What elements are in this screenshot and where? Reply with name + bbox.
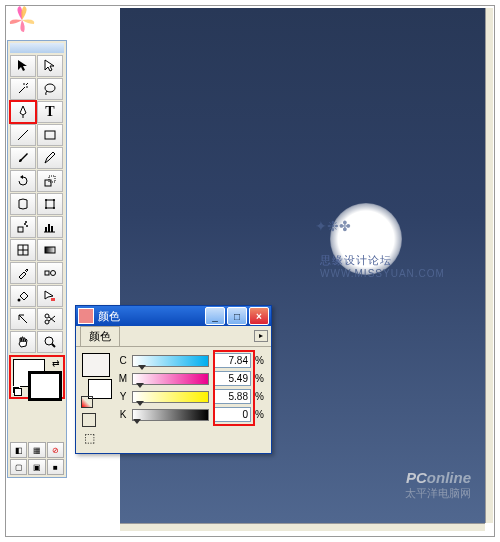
svg-point-9 xyxy=(53,207,55,209)
slice-tool[interactable] xyxy=(10,308,36,330)
k-percent: % xyxy=(255,409,265,420)
m-percent: % xyxy=(255,373,265,384)
column-graph-tool[interactable] xyxy=(37,216,63,238)
svg-point-27 xyxy=(45,320,49,324)
color-panel-titlebar[interactable]: 颜色 _ □ × xyxy=(76,306,271,326)
gradient-tool[interactable] xyxy=(37,239,63,261)
paintbrush-tool[interactable] xyxy=(10,147,36,169)
direct-selection-tool[interactable] xyxy=(37,55,63,77)
default-fill-stroke-icon[interactable] xyxy=(12,386,22,396)
svg-rect-10 xyxy=(18,227,23,232)
blend-tool[interactable] xyxy=(37,262,63,284)
stroke-color-swatch[interactable] xyxy=(28,371,62,401)
scrollbar-horizontal[interactable] xyxy=(120,523,485,531)
pconline-cn: 太平洋电脑网 xyxy=(405,486,471,501)
cloud-watermark: ✦ ❉ ✤ xyxy=(315,218,349,234)
svg-line-29 xyxy=(52,344,55,347)
color-panel-title: 颜色 xyxy=(98,309,203,324)
maximize-button[interactable]: □ xyxy=(227,307,247,325)
close-button[interactable]: × xyxy=(249,307,269,325)
none-mode-button[interactable]: ⊘ xyxy=(47,442,64,458)
svg-point-26 xyxy=(45,314,49,318)
c-percent: % xyxy=(255,355,265,366)
svg-point-12 xyxy=(26,225,28,227)
y-label: Y xyxy=(118,391,128,402)
tools-panel: T ⇄ ◧ ▦ ⊘ ▢ ▣ ■ xyxy=(7,40,67,478)
magic-wand-tool[interactable] xyxy=(10,78,36,100)
scale-tool[interactable] xyxy=(37,170,63,192)
svg-point-13 xyxy=(25,221,27,223)
rectangle-tool[interactable] xyxy=(37,124,63,146)
y-value-input[interactable]: 5.88 xyxy=(213,389,251,404)
svg-rect-22 xyxy=(45,271,49,275)
svg-rect-21 xyxy=(45,247,55,253)
live-paint-selection-tool[interactable] xyxy=(37,285,63,307)
k-slider[interactable] xyxy=(132,409,209,421)
swap-fill-stroke-icon[interactable]: ⇄ xyxy=(52,358,60,368)
hand-tool[interactable] xyxy=(10,331,36,353)
svg-line-1 xyxy=(18,130,28,140)
lasso-tool[interactable] xyxy=(37,78,63,100)
svg-point-7 xyxy=(53,199,55,201)
warp-tool[interactable] xyxy=(10,193,36,215)
pencil-tool[interactable] xyxy=(37,147,63,169)
app-flower-logo xyxy=(6,6,66,34)
none-swatch-icon[interactable] xyxy=(82,413,96,427)
pconline-watermark: PConline 太平洋电脑网 xyxy=(405,469,471,501)
color-panel-icon xyxy=(78,308,94,324)
normal-screen-button[interactable]: ▢ xyxy=(10,459,27,475)
rotate-tool[interactable] xyxy=(10,170,36,192)
stroke-preview-swatch[interactable] xyxy=(88,379,112,399)
gradient-mode-button[interactable]: ▦ xyxy=(28,442,45,458)
svg-point-8 xyxy=(45,207,47,209)
fill-stroke-swatch[interactable]: ⇄ xyxy=(10,356,64,398)
svg-rect-16 xyxy=(51,226,53,232)
panel-menu-button[interactable]: ▸ xyxy=(254,330,268,342)
watermark-text: 思缘设计论坛 WWW.MISSYUAN.COM xyxy=(320,253,485,279)
scrollbar-vertical[interactable] xyxy=(485,8,493,523)
color-panel: 颜色 _ □ × 颜色 ▸ ⬚ C7.84% M5.49% Y5.88% K0% xyxy=(75,305,272,454)
full-screen-button[interactable]: ■ xyxy=(47,459,64,475)
svg-rect-25 xyxy=(51,298,55,301)
color-preview-area: ⬚ xyxy=(82,353,112,445)
line-segment-tool[interactable] xyxy=(10,124,36,146)
m-slider[interactable] xyxy=(132,373,209,385)
zoom-tool[interactable] xyxy=(37,331,63,353)
full-screen-menu-button[interactable]: ▣ xyxy=(28,459,45,475)
pconline-online: online xyxy=(427,469,471,486)
minimize-button[interactable]: _ xyxy=(205,307,225,325)
svg-point-28 xyxy=(45,337,53,345)
c-label: C xyxy=(118,355,128,366)
tools-panel-grip[interactable] xyxy=(10,43,64,53)
color-tab[interactable]: 颜色 xyxy=(80,326,120,346)
out-of-gamut-icon[interactable]: ⬚ xyxy=(82,431,96,445)
selection-tool[interactable] xyxy=(10,55,36,77)
color-mode-button[interactable]: ◧ xyxy=(10,442,27,458)
k-label: K xyxy=(118,409,128,420)
svg-rect-2 xyxy=(45,131,55,139)
pen-tool[interactable] xyxy=(10,101,36,123)
cmyk-sliders: C7.84% M5.49% Y5.88% K0% xyxy=(118,353,265,445)
c-slider[interactable] xyxy=(132,355,209,367)
c-value-input[interactable]: 7.84 xyxy=(213,353,251,368)
watermark-url: WWW.MISSYUAN.COM xyxy=(320,268,445,279)
k-value-input[interactable]: 0 xyxy=(213,407,251,422)
svg-rect-4 xyxy=(49,176,55,182)
eyedropper-tool[interactable] xyxy=(10,262,36,284)
svg-rect-14 xyxy=(45,227,47,232)
y-percent: % xyxy=(255,391,265,402)
fill-preview-swatch[interactable] xyxy=(82,353,110,377)
svg-rect-15 xyxy=(48,224,50,232)
m-value-input[interactable]: 5.49 xyxy=(213,371,251,386)
y-slider[interactable] xyxy=(132,391,209,403)
pconline-pc: PC xyxy=(406,469,427,486)
mesh-tool[interactable] xyxy=(10,239,36,261)
svg-rect-3 xyxy=(45,180,51,186)
svg-point-24 xyxy=(18,299,21,302)
type-tool[interactable]: T xyxy=(37,101,63,123)
symbol-sprayer-tool[interactable] xyxy=(10,216,36,238)
free-transform-tool[interactable] xyxy=(37,193,63,215)
live-paint-bucket-tool[interactable] xyxy=(10,285,36,307)
scissors-tool[interactable] xyxy=(37,308,63,330)
svg-point-23 xyxy=(51,271,56,276)
